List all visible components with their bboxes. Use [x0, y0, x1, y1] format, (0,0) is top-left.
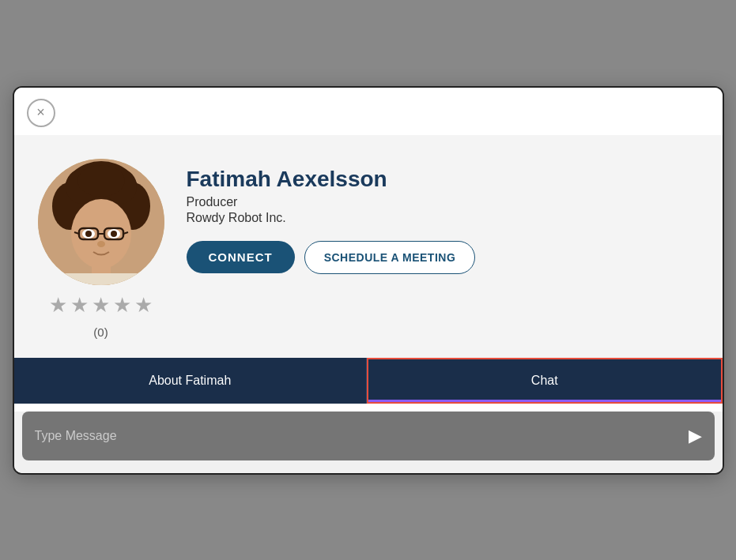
connect-button[interactable]: CONNECT [187, 241, 295, 273]
message-input[interactable] [35, 429, 681, 443]
avatar-area: ★ ★ ★ ★ ★ (0) [38, 159, 164, 339]
star-rating: ★ ★ ★ ★ ★ [49, 293, 153, 318]
close-button[interactable]: × [27, 99, 55, 127]
star-5: ★ [134, 293, 153, 318]
profile-company: Rowdy Robot Inc. [187, 211, 699, 225]
modal-header: × [14, 88, 723, 135]
bottom-area: ▶ [14, 412, 723, 473]
action-buttons: CONNECT SCHEDULE A MEETING [187, 241, 699, 274]
star-4: ★ [113, 293, 131, 318]
svg-point-17 [85, 231, 92, 237]
profile-title: Producer [187, 195, 699, 209]
send-button[interactable]: ▶ [689, 426, 702, 446]
star-2: ★ [70, 293, 89, 318]
schedule-button[interactable]: SCHEDULE A MEETING [304, 241, 476, 274]
profile-info: Fatimah Aexelsson Producer Rowdy Robot I… [187, 159, 699, 274]
star-1: ★ [49, 293, 67, 318]
tabs-bar: About Fatimah Chat [14, 358, 723, 404]
star-3: ★ [92, 293, 110, 318]
svg-point-18 [111, 231, 117, 237]
send-icon: ▶ [689, 426, 702, 446]
avatar [38, 159, 164, 285]
tab-chat[interactable]: Chat [367, 358, 723, 404]
rating-count: (0) [93, 325, 108, 339]
profile-name: Fatimah Aexelsson [187, 167, 699, 192]
message-bar: ▶ [22, 412, 715, 460]
svg-rect-9 [62, 273, 141, 285]
svg-point-6 [77, 165, 125, 197]
profile-section: ★ ★ ★ ★ ★ (0) Fatimah Aexelsson Producer… [14, 135, 723, 358]
profile-modal: × [13, 86, 724, 475]
tab-about[interactable]: About Fatimah [14, 358, 367, 404]
close-icon: × [36, 104, 45, 121]
svg-point-19 [97, 241, 105, 247]
